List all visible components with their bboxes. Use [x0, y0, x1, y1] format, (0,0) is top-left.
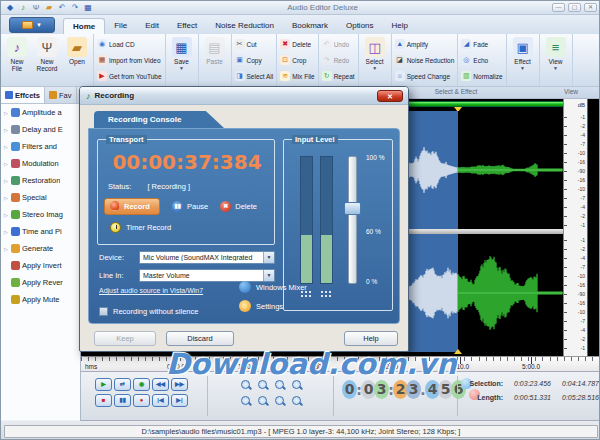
tab-edit[interactable]: Edit	[136, 18, 168, 34]
microphone-icon[interactable]: Ψ	[31, 3, 41, 13]
ribbon-button-copy[interactable]: ▣Copy	[235, 54, 274, 66]
settings-button[interactable]: ☼ Settings	[239, 300, 283, 312]
ribbon-button-amplify[interactable]: ▲Amplify	[395, 38, 455, 50]
tab-home[interactable]: Home	[63, 18, 105, 34]
effects-tree-item[interactable]: ▷Filters and	[1, 138, 80, 155]
expand-icon[interactable]: ▷	[3, 127, 9, 133]
effects-tree-item[interactable]: ▷Generate	[1, 240, 80, 257]
discard-button[interactable]: Discard	[166, 331, 234, 346]
chevron-down-icon[interactable]: ▼	[263, 252, 274, 263]
fast-forward-button[interactable]: ▶▶	[171, 378, 188, 391]
effects-tree-item[interactable]: Apply Invert	[1, 257, 80, 274]
windows-mixer-button[interactable]: Windows Mixer	[239, 281, 307, 293]
zoom-vertical-out-button[interactable]	[256, 395, 271, 408]
effects-tree-item[interactable]: ▷Delay and E	[1, 121, 80, 138]
ribbon-button-undo[interactable]: ↶Undo	[322, 38, 355, 50]
pause-button[interactable]: ▮▮	[114, 394, 131, 407]
chevron-down-icon[interactable]: ▼	[263, 270, 274, 281]
recording-without-silence-checkbox[interactable]	[99, 307, 108, 316]
expand-icon[interactable]: ▷	[3, 178, 9, 184]
effects-tree-item[interactable]: ▷Restoration	[1, 172, 80, 189]
tab-help[interactable]: Help	[383, 18, 417, 34]
help-button[interactable]: Help	[344, 331, 398, 346]
waveform-icon[interactable]: ♪	[18, 3, 28, 13]
ribbon-button-effect[interactable]: ▣Effect▼	[508, 35, 538, 85]
expand-icon[interactable]: ▷	[3, 144, 9, 150]
ribbon-button-new-file[interactable]: ♪New File	[2, 35, 32, 85]
rewind-button[interactable]: ◀◀	[152, 378, 169, 391]
ribbon-button-save[interactable]: ▦Save▼	[167, 35, 197, 85]
go-start-button[interactable]: |◀	[152, 394, 169, 407]
ribbon-button-speed-change[interactable]: ☼Speed Change	[395, 70, 455, 82]
tab-bookmark[interactable]: Bookmark	[283, 18, 337, 34]
play-button[interactable]: ▶	[95, 378, 112, 391]
expand-icon[interactable]: ▷	[3, 246, 9, 252]
close-button[interactable]: ✕	[584, 3, 597, 12]
record-button[interactable]: ●	[133, 394, 150, 407]
ribbon-button-paste[interactable]: ▤Paste	[200, 35, 230, 85]
go-end-button[interactable]: ▶|	[171, 394, 188, 407]
undo-icon[interactable]: ↶	[57, 3, 67, 13]
ribbon-button-fade[interactable]: ◢Fade	[461, 38, 502, 50]
open-icon[interactable]: ▰	[44, 3, 54, 13]
zoom-out-button[interactable]	[256, 379, 271, 392]
ribbon-button-noise-reduction[interactable]: ◪Noise Reduction	[395, 54, 455, 66]
ribbon-button-open[interactable]: ▰Open	[62, 35, 92, 85]
ribbon-button-normalize[interactable]: ▥Normalize	[461, 70, 502, 82]
selection-marker-bottom[interactable]	[454, 349, 462, 354]
stop-button[interactable]: ■	[95, 394, 112, 407]
sidebar-tab-fav[interactable]: Fav	[45, 87, 77, 103]
zoom-selection-button[interactable]	[273, 379, 288, 392]
zoom-reset-button[interactable]	[290, 395, 305, 408]
effects-tree-item[interactable]: Apply Rever	[1, 274, 80, 291]
expand-icon[interactable]: ▷	[3, 212, 9, 218]
effects-tree-item[interactable]: ▷Amplitude a	[1, 104, 80, 121]
ribbon-button-repeat[interactable]: ↻Repeat	[322, 70, 355, 82]
input-level-slider-track[interactable]	[348, 156, 357, 284]
tab-noise-reduction[interactable]: Noise Reduction	[206, 18, 283, 34]
application-menu-button[interactable]: ▼	[9, 17, 55, 33]
ribbon-button-new-record[interactable]: ΨNew Record	[32, 35, 62, 85]
effects-tree-item[interactable]: ▷Time and Pi	[1, 223, 80, 240]
tab-file[interactable]: File	[105, 18, 136, 34]
ribbon-button-echo[interactable]: ◎Echo	[461, 54, 502, 66]
expand-icon[interactable]: ▷	[3, 110, 9, 116]
recording-console-tab[interactable]: Recording Console	[94, 111, 224, 128]
ribbon-button-mix-file[interactable]: ≋Mix File	[280, 70, 314, 82]
zoom-horizontal-button[interactable]	[273, 395, 288, 408]
effects-tree-item[interactable]: ▷Modulation	[1, 155, 80, 172]
effects-tree-item[interactable]: ▷Stereo Imag	[1, 206, 80, 223]
sidebar-tab-effcets[interactable]: Effcets	[1, 87, 45, 103]
dialog-title-bar[interactable]: ♪ Recording ✕	[80, 87, 408, 105]
adjust-audio-source-link[interactable]: Adjust audio source in Vista/Win7	[99, 287, 203, 294]
play-selection-button[interactable]: ◉	[133, 378, 150, 391]
app-icon[interactable]: ◆	[5, 3, 15, 13]
ribbon-button-cut[interactable]: ✂Cut	[235, 38, 274, 50]
device-select[interactable]: Mic Volume (SoundMAX Integrated ▼	[139, 251, 275, 264]
expand-icon[interactable]: ▷	[3, 195, 9, 201]
keep-button[interactable]: Keep	[94, 331, 156, 346]
record-button[interactable]: Record	[104, 198, 160, 215]
pause-button[interactable]: ▮▮ Pause	[172, 201, 208, 212]
tab-effect[interactable]: Effect	[168, 18, 206, 34]
expand-icon[interactable]: ▷	[3, 229, 9, 235]
effects-tree-item[interactable]: ▷Special	[1, 189, 80, 206]
save-icon[interactable]: ▦	[83, 3, 93, 13]
minimize-button[interactable]: —	[552, 3, 565, 12]
loop-button[interactable]: ⇄	[114, 378, 131, 391]
input-level-slider-thumb[interactable]	[344, 202, 361, 215]
zoom-vertical-in-button[interactable]	[239, 395, 254, 408]
timer-record-button[interactable]: Timer Record	[110, 222, 171, 233]
expand-icon[interactable]: ▷	[3, 161, 9, 167]
ribbon-button-load-cd[interactable]: ◉Load CD	[97, 38, 162, 50]
ribbon-button-view[interactable]: ≡View▼	[541, 35, 571, 85]
ribbon-button-redo[interactable]: ↷Redo	[322, 54, 355, 66]
ribbon-button-youtube[interactable]: ▶Get from YouTube	[97, 70, 162, 82]
tab-options[interactable]: Options	[337, 18, 383, 34]
ribbon-button-select[interactable]: ◫Select▼	[360, 35, 390, 85]
ribbon-button-crop[interactable]: ⊡Crop	[280, 54, 314, 66]
dialog-close-button[interactable]: ✕	[377, 90, 403, 102]
ribbon-button-select-all[interactable]: ◨Select All	[235, 70, 274, 82]
maximize-button[interactable]: ▢	[568, 3, 581, 12]
ribbon-button-import-video[interactable]: ▦Import from Video	[97, 54, 162, 66]
